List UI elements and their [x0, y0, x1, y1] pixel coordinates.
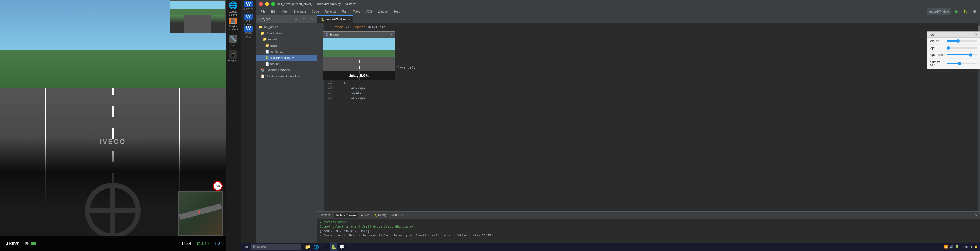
menu-navigate[interactable]: Navigate — [292, 9, 308, 14]
tool-field-top: top: 0 — [928, 45, 980, 51]
code-line-2: 2 — [324, 30, 978, 35]
file-browser-item-3[interactable]: W 录制程序... — [242, 26, 254, 38]
menu-edit[interactable]: Edit — [269, 9, 279, 14]
code-line-6: 6 import os — [324, 50, 978, 55]
code-line-7: 7 — [324, 55, 978, 60]
tree-item-record[interactable]: 📁 record — [256, 36, 317, 42]
file-browser-item-2[interactable]: W 基于ROS+... — [242, 14, 254, 26]
tree-item-main[interactable]: 📁 main — [256, 42, 317, 48]
hud-money: €1,840 — [197, 241, 209, 246]
search-icon: 🔍 — [253, 245, 256, 248]
minimize-button[interactable] — [265, 2, 269, 6]
tool-field-right: right: 1510 — [928, 51, 980, 59]
run-warning-line: ⚠ Connection to Python debugger failed: … — [320, 233, 978, 238]
float-image-close-btn[interactable]: ✕ — [390, 33, 393, 37]
tree-item-recordwindow[interactable]: 🐍 recordWindow.py — [256, 55, 317, 61]
run-header: ▶ recordWindow — [320, 220, 978, 224]
notification-bell[interactable]: 🔔 — [974, 245, 978, 248]
taskbar-app-wechat[interactable]: 💬 — [338, 243, 346, 251]
taskbar-apps: 📁 🌐 ✉ 🐍 💬 — [304, 243, 346, 251]
run-tab-terminal[interactable]: Terminal — [318, 213, 334, 217]
delay-overlay: delay:0.07s — [323, 71, 395, 80]
slider-top[interactable] — [947, 47, 977, 48]
tree-item-config[interactable]: 📄 config.txt — [256, 48, 317, 55]
tool-window-titlebar: tool ✕ — [928, 32, 980, 38]
code-line-11: 11 — [324, 75, 978, 80]
taskbar-right: 📶 🔊 🔋 18:07:11 🔔 — [944, 245, 978, 249]
editor-tab-recordwindow[interactable]: 🐍 recordWindow.py — [317, 15, 353, 22]
speed-display: 0 km/h — [6, 241, 20, 246]
run-panel: Terminal Python Console ▶ Run 🐛 Debug ☑ … — [317, 211, 980, 245]
menu-file[interactable]: File — [258, 9, 268, 14]
run-tab-run[interactable]: ▶ Run — [359, 213, 371, 217]
sidebar-close-btn[interactable]: ✕ — [308, 16, 315, 22]
menu-help[interactable]: Help — [392, 9, 402, 14]
run-config-selector[interactable]: recordWindow — [927, 8, 951, 14]
tree-item-driver[interactable]: 📁 D:\self_driver — [256, 30, 317, 36]
menu-window[interactable]: Window — [375, 9, 391, 14]
settings-button[interactable]: ⚙ — [971, 8, 978, 15]
menu-view[interactable]: View — [280, 9, 291, 14]
run-panel-settings-btn[interactable]: ⚙ — [972, 212, 979, 219]
code-line-4: 4 import cv2 — [324, 40, 978, 45]
menu-code[interactable]: Code — [310, 9, 321, 14]
notification-icons: 📶 🔊 🔋 — [944, 245, 959, 249]
menu-run[interactable]: Run — [340, 9, 350, 14]
tool-window-close-btn[interactable]: ✕ — [975, 33, 977, 36]
taskbar-search[interactable]: 🔍 Search — [251, 244, 301, 250]
fuel-indicator: FN — [25, 242, 30, 245]
game-area: IVECO 0 km/h FN 12:44 €1,840 FS — [0, 0, 226, 251]
project-sidebar: Project ⚙ ≡ ✕ 📁 self_driver 📁 D:\self_ — [256, 15, 317, 251]
sidebar-header: Project ⚙ ≡ ✕ — [256, 15, 317, 23]
code-line-1: 1 from PIL import ImageGrab — [324, 25, 978, 30]
code-line-3: 3 import numpy as np — [324, 35, 978, 40]
taskbar-app-explorer[interactable]: 📁 — [304, 243, 312, 251]
taskbar-app-browser[interactable]: 🌐 — [312, 243, 320, 251]
tree-item-test[interactable]: 📄 test.txt — [256, 61, 317, 67]
tree-item-scratches[interactable]: 📋 Scratches and Consoles — [256, 73, 317, 79]
start-button[interactable]: ⊞ — [243, 243, 250, 250]
run-tab-todo[interactable]: ☑ TODO — [389, 213, 405, 217]
file-browser-item-1[interactable]: W 基于ROS的 — [242, 2, 254, 13]
rearview-mirror — [170, 0, 226, 34]
hud-icons: FN — [25, 242, 40, 245]
menu-vcs[interactable]: VCS — [364, 9, 374, 14]
desktop-taskbar: 🌐 GoogleChrome 📓 JupyterNotebook 🔧 工具 📱 … — [226, 0, 241, 251]
run-tab-python-console[interactable]: Python Console — [334, 213, 358, 217]
taskbar-app-mail[interactable]: ✉ — [321, 243, 329, 251]
menu-refactor[interactable]: Refactor — [322, 9, 339, 14]
slider-right[interactable] — [947, 54, 977, 56]
taskbar-icon-wangsuo[interactable]: 📱 Wangso... — [227, 51, 239, 62]
hud-bar: 0 km/h FN 12:44 €1,840 FS — [0, 236, 226, 251]
editor-content[interactable]: 1 from PIL import ImageGrab 2 3 import n… — [324, 23, 978, 211]
run-button[interactable]: ▶ — [953, 8, 960, 15]
wifi-icon: 📶 — [944, 245, 948, 249]
tool-field-bottom: bottom: 447 — [928, 59, 980, 69]
code-line-5: 5 import time — [324, 45, 978, 50]
taskbar-icon-tools[interactable]: 🔧 工具 — [227, 35, 239, 46]
debug-button[interactable]: 🐛 — [962, 8, 969, 15]
run-tab-debug[interactable]: 🐛 Debug — [372, 213, 389, 217]
slider-left[interactable] — [947, 40, 977, 42]
taskbar-icon-jupyter[interactable]: 📓 JupyterNotebook — [227, 19, 239, 30]
menu-tools[interactable]: Tools — [351, 9, 363, 14]
slider-bottom[interactable] — [947, 63, 977, 64]
tree-item-root[interactable]: 📁 self_driver — [256, 24, 317, 30]
ide-title-text: self_driver [D:\self_driver] - ..\record… — [277, 2, 977, 6]
code-line-14: 14 split — [324, 90, 978, 95]
run-panel-content: ▶ recordWindow D:\python\python.exe D:/s… — [317, 219, 980, 245]
sidebar-collapse-btn[interactable]: ≡ — [301, 16, 307, 22]
sidebar-gear-btn[interactable]: ⚙ — [293, 16, 299, 22]
floating-image-window[interactable]: 🖼 Image ✕ delay:0.07s — [323, 31, 395, 80]
close-button[interactable] — [259, 2, 263, 6]
taskbar-app-pycharm[interactable]: 🐍 — [329, 243, 337, 251]
taskbar-icon-chrome[interactable]: 🌐 GoogleChrome — [227, 3, 239, 14]
hud-time: 12:44 — [181, 241, 191, 246]
volume-icon: 🔊 — [950, 245, 953, 249]
battery-icon: 🔋 — [955, 245, 959, 249]
maximize-button[interactable] — [271, 2, 275, 6]
game-screenshot: IVECO 0 km/h FN 12:44 €1,840 FS — [0, 0, 226, 251]
code-line-9: 9 def __init__(self, *args, **kwargs): — [324, 65, 978, 70]
ide-titlebar: self_driver [D:\self_driver] - ..\record… — [256, 0, 980, 8]
tree-item-extlibs[interactable]: 📚 External Libraries — [256, 67, 317, 73]
